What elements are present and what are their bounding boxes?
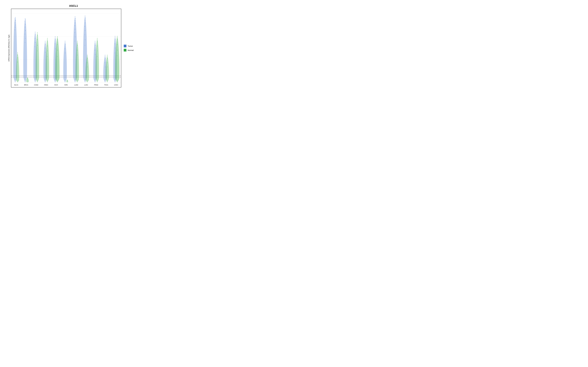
legend-box-normal xyxy=(124,49,126,51)
svg-text:BRCA: BRCA xyxy=(24,84,28,86)
chart-container: ASCL1 mRNA Expression (RNASeq V2, log2) … xyxy=(6,4,141,87)
legend-label-tumor: Tumor xyxy=(128,45,133,47)
legend-area: Tumor Normal xyxy=(121,9,141,87)
violin-kirc-tumor xyxy=(63,41,67,83)
violin-prad-normal xyxy=(95,38,99,83)
svg-text:THCA: THCA xyxy=(104,84,108,86)
svg-text:LUSC: LUSC xyxy=(84,84,88,86)
plot-area: 0 5 10 15 xyxy=(11,9,121,87)
legend-box-tumor xyxy=(124,45,126,47)
svg-text:COAD: COAD xyxy=(34,84,38,86)
svg-text:KICH: KICH xyxy=(54,84,58,86)
legend-item-normal: Normal xyxy=(124,49,141,51)
svg-text:HNSC: HNSC xyxy=(44,84,48,86)
violin-brca-tumor xyxy=(23,18,27,83)
svg-text:UCEC: UCEC xyxy=(114,84,118,86)
violin-coad-normal xyxy=(36,32,39,83)
violin-kirc-normal xyxy=(66,80,68,83)
plot-svg: 0 5 10 15 xyxy=(11,9,121,87)
violin-brca-normal xyxy=(26,77,29,83)
violin-hnsc-normal xyxy=(46,38,49,83)
legend-label-normal: Normal xyxy=(128,49,134,51)
svg-text:KIRC: KIRC xyxy=(64,84,68,86)
violin-thca-normal xyxy=(105,55,109,83)
svg-text:LUAD: LUAD xyxy=(74,84,78,86)
legend-item-tumor: Tumor xyxy=(124,45,141,47)
chart-body: mRNA Expression (RNASeq V2, log2) 0 xyxy=(6,9,141,87)
plot-area-wrapper: 0 5 10 15 xyxy=(11,9,141,87)
y-axis-label: mRNA Expression (RNASeq V2, log2) xyxy=(6,9,11,87)
svg-text:BLCA: BLCA xyxy=(14,84,18,86)
svg-text:PRAD: PRAD xyxy=(94,84,98,86)
chart-title: ASCL1 xyxy=(69,4,78,8)
